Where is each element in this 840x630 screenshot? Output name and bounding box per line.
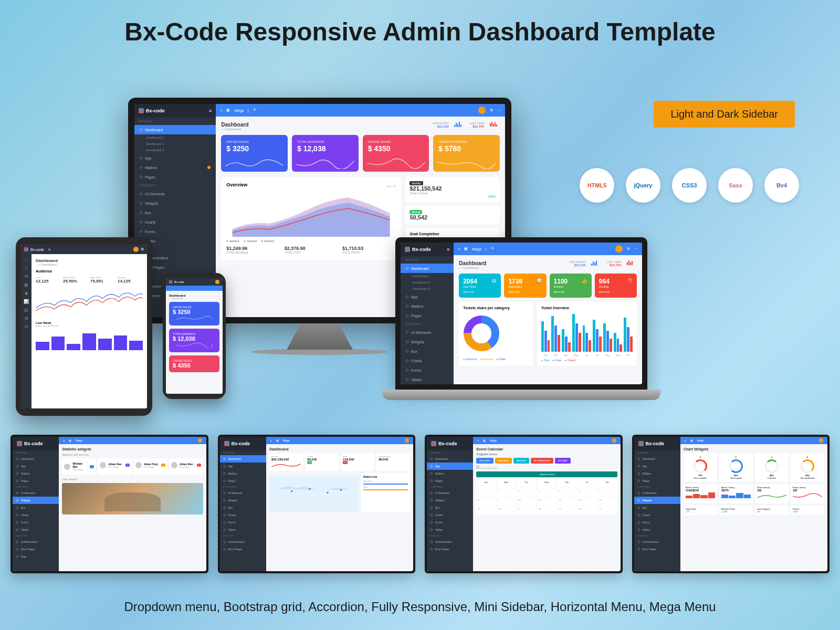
- thumb-statistics: Bx-code PERSONAL Dashboard App Mailbox P…: [10, 435, 208, 573]
- sidebar-sub-dash2[interactable]: Dashboard 2: [134, 141, 216, 147]
- thumb-chart-widgets: Bx-code PERSONAL Dashboard App Mailbox P…: [632, 435, 830, 573]
- overview-chart-card: Overview ⟳ ⌂ ✕ series1series2series3 $1,…: [221, 177, 401, 260]
- calendar-grid: SunMonTueWedThuFriSat 1234567 8910111213…: [476, 479, 617, 514]
- breadcrumb: ⌂ / Dashboard: [221, 128, 248, 131]
- ticket-pending[interactable]: 964PendingMore info⏱: [595, 274, 637, 298]
- search-icon[interactable]: 🔍: [253, 108, 258, 112]
- tablet-mini-sidebar: ⌂◇✉▦◆📊▤⊞⊟: [21, 254, 32, 408]
- hero-image: [62, 483, 203, 514]
- svg-point-5: [327, 492, 328, 494]
- thumbsup-icon: 👍: [581, 278, 587, 284]
- sidebar-item-charts[interactable]: Charts: [134, 217, 216, 227]
- phone-card-gross[interactable]: GROSS SALES$ 3250: [169, 302, 219, 326]
- stat-last-year-value: $22,754: [470, 125, 484, 128]
- more-icon[interactable]: ⋯: [497, 108, 501, 112]
- sidebar-section-component: COMPONENT: [134, 182, 216, 189]
- phone-card-earnings[interactable]: TOTAL EARNINGS$ 12,038: [169, 329, 219, 352]
- grid-icon[interactable]: ▦: [226, 108, 230, 112]
- tablet-title: Dashboard: [36, 258, 143, 263]
- css3-badge: CSS3: [672, 168, 707, 203]
- bootstrap-badge: Bv4: [764, 168, 799, 203]
- sidebar-item-forms[interactable]: Forms: [134, 227, 216, 236]
- svg-point-6: [340, 489, 342, 490]
- add-event-button[interactable]: + Add New Event: [476, 471, 617, 477]
- settings-icon[interactable]: ⚙: [490, 108, 493, 112]
- sidebar-item-dashboard[interactable]: Dashboard: [134, 125, 216, 134]
- ticket-responded[interactable]: 1738RespondedMore info💬: [504, 274, 546, 298]
- jquery-badge: jQuery: [626, 168, 660, 203]
- ticket-resolve[interactable]: 1100ResolveMore info👍: [550, 274, 592, 298]
- bars-chart: [541, 312, 633, 354]
- sidebar-mode-badge: Light and Dark Sidebar: [654, 101, 795, 128]
- menu-icon[interactable]: ≡: [220, 109, 222, 112]
- phone-card-online[interactable]: ONLINE SALES$ 4350: [169, 355, 219, 372]
- tech-badges: HTML5 jQuery CSS3 Sass Bv4: [580, 168, 799, 203]
- mega-menu[interactable]: Mega: [234, 109, 244, 112]
- donut-chart: [463, 315, 500, 352]
- sidebar-item-dashboard[interactable]: Dashboard: [401, 264, 454, 273]
- bars-chart-card: Ticket Overview: [537, 302, 637, 366]
- sidebar-item-mailbox[interactable]: Mailbox: [134, 163, 216, 172]
- world-map: [269, 475, 359, 512]
- metric-cards: GROSS SALES $ 3250 TOTAL EARNINGS $ 12,0…: [221, 135, 500, 172]
- sparkline-icon: [454, 122, 465, 127]
- clock-icon: ⏱: [627, 278, 633, 284]
- metric-total-earnings[interactable]: TOTAL EARNINGS $ 12,038: [292, 135, 359, 172]
- event-chips: MY EVENT BIRTHDAY MEETING MY HOMEWORK HO…: [476, 458, 617, 464]
- ticket-total[interactable]: 2064Total TicketMore info🎟: [459, 274, 501, 298]
- avatar[interactable]: [478, 107, 486, 114]
- sass-badge: Sass: [718, 168, 753, 203]
- sidebar-item-app[interactable]: App: [134, 153, 216, 163]
- thumb-map: Bx-code PERSONAL Dashboard App Mailbox P…: [218, 435, 416, 573]
- lastweek-bars: [36, 329, 143, 350]
- metric-venue-expenses[interactable]: VENUE EXPENSES $ 5780: [433, 135, 500, 172]
- topbar: ≡ ▦ Mega | 🔍 ⚙ ⋯: [216, 104, 505, 117]
- metric-gross-sales[interactable]: GROSS SALES $ 3250: [221, 135, 288, 172]
- remove-after-drop-checkbox[interactable]: [476, 466, 479, 469]
- page-title: Bx-Code Responsive Admin Dashboard Templ…: [0, 16, 840, 48]
- svg-point-3: [291, 490, 292, 492]
- total-cost: $2,376.90: [285, 246, 338, 251]
- home-icon[interactable]: ⌂: [24, 257, 29, 262]
- audience-title: Audience: [36, 269, 143, 273]
- sidebar-item-box[interactable]: Box: [134, 208, 216, 217]
- phone-device: Bx-code Dashboard ⌂ > Dashboard GROSS SA…: [163, 273, 226, 399]
- audience-chart: [36, 287, 143, 319]
- alt-income-card: Annual 50,542: [405, 206, 500, 225]
- sidebar-section-personal: PERSONAL: [134, 118, 216, 125]
- laptop-device: Bx-code≡ PERSONAL Dashboard Dashboard 1 …: [382, 237, 660, 411]
- chat-icon: 💬: [536, 278, 542, 284]
- brand-logo[interactable]: Bx-code≡: [401, 243, 454, 256]
- sidebar-item-pages[interactable]: Pages: [134, 172, 216, 182]
- total-revenue: $1,249.96: [226, 246, 280, 251]
- tablet-device: Bx-code≡ ⚙ ⌂◇✉▦◆📊▤⊞⊟ Dashboard ⌂ > Dashb…: [16, 237, 152, 416]
- thumbnails-row: Bx-code PERSONAL Dashboard App Mailbox P…: [10, 435, 830, 573]
- chart-legend: series1series2series3: [226, 239, 396, 243]
- metric-online-sales[interactable]: ONLINE SALES $ 4350: [363, 135, 429, 172]
- sidebar-sub-dash1[interactable]: Dashboard 1: [134, 134, 216, 141]
- stat-this-month-value: $12,125: [433, 125, 449, 128]
- page-heading: Dashboard: [221, 122, 248, 128]
- thumb-calendar: Bx-code PERSONAL Dashboard App Mailbox P…: [425, 435, 623, 573]
- sidebar-sub-dash3[interactable]: Dashboard 3: [134, 147, 216, 153]
- ticket-icon: 🎟: [491, 278, 497, 284]
- sparkline-icon: [489, 122, 500, 127]
- overview-title: Overview: [226, 182, 247, 187]
- tablet-breadcrumb: ⌂ > Dashboard: [36, 263, 143, 266]
- features-text: Dropdown menu, Bootstrap grid, Accordion…: [0, 600, 840, 614]
- donut-chart-card: Tickets share per category TechnicalAcco…: [459, 302, 533, 366]
- total-income-card: Monthly $21,150,542 Total Income 90%: [405, 177, 500, 203]
- brand-logo[interactable]: Bx-code≡: [134, 104, 216, 118]
- html5-badge: HTML5: [580, 168, 614, 203]
- area-chart: [226, 190, 396, 237]
- tablet-topbar: Bx-code≡ ⚙: [21, 245, 147, 254]
- svg-point-4: [309, 488, 310, 490]
- sidebar-item-widgets[interactable]: Widgets: [134, 198, 216, 208]
- sidebar-item-uielements[interactable]: UI Elements: [134, 189, 216, 198]
